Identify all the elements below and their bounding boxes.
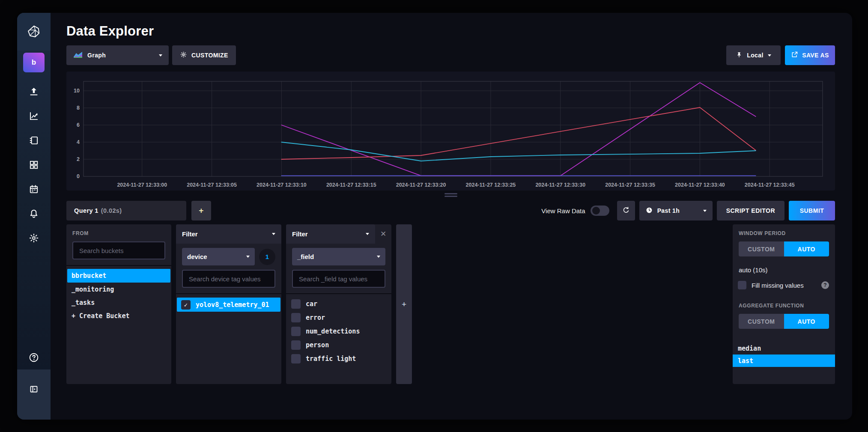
submit-button[interactable]: SUBMIT	[789, 201, 835, 220]
aggregate-function-row[interactable]: last	[733, 355, 835, 367]
time-series-chart: 2024-11-27 12:33:002024-11-27 12:33:0520…	[66, 72, 835, 191]
tag-value-row[interactable]: error	[287, 311, 391, 324]
sidebar-item-tasks[interactable]	[17, 177, 51, 201]
aggregate-function-row[interactable]: mean	[733, 334, 835, 338]
bucket-search[interactable]	[72, 241, 165, 259]
svg-text:2024-11-27 12:33:05: 2024-11-27 12:33:05	[187, 182, 237, 188]
tag-value-row[interactable]: ✓yolov8_telemetry_01	[177, 298, 280, 312]
svg-text:2024-11-27 12:33:25: 2024-11-27 12:33:25	[466, 182, 516, 188]
panel-resize-handle[interactable]	[444, 193, 457, 198]
pin-icon	[736, 51, 743, 60]
filter-type-dropdown[interactable]: Filter	[286, 224, 375, 244]
bucket-list-item[interactable]: _tasks	[67, 296, 170, 309]
tag-value-label: traffic light	[306, 355, 356, 363]
svg-text:2024-11-27 12:33:45: 2024-11-27 12:33:45	[745, 182, 795, 188]
query-tab[interactable]: Query 1 (0.02s)	[66, 201, 186, 220]
help-tooltip-badge[interactable]: ?	[821, 281, 829, 289]
tag-value-label: num_detections	[306, 328, 360, 335]
time-range-dropdown[interactable]: Past 1h	[639, 201, 713, 220]
close-icon: ✕	[380, 229, 386, 238]
save-as-button[interactable]: SAVE AS	[785, 45, 835, 65]
tag-key-dropdown-device[interactable]: device	[182, 248, 255, 265]
aggregate-function-list: meanmedianlast	[733, 334, 835, 367]
checkbox-unchecked[interactable]	[291, 299, 301, 309]
tag-value-label: person	[306, 341, 329, 349]
fill-missing-values-checkbox[interactable]	[738, 281, 746, 289]
filter-type-dropdown[interactable]: Filter	[176, 224, 281, 244]
checkbox-unchecked[interactable]	[291, 313, 301, 322]
location-dropdown[interactable]: Local	[726, 45, 781, 65]
expand-sidebar-icon	[29, 384, 39, 396]
tag-value-list-device: ✓yolov8_telemetry_01	[176, 293, 281, 384]
query-duration: (0.02s)	[101, 207, 122, 214]
refresh-button[interactable]	[617, 201, 635, 220]
aggregate-auto[interactable]: AUTO	[784, 314, 829, 329]
visualization-type-dropdown[interactable]: Graph	[66, 45, 169, 65]
from-title: FROM	[72, 230, 165, 236]
dashboards-icon	[28, 159, 39, 170]
svg-text:2024-11-27 12:33:15: 2024-11-27 12:33:15	[326, 182, 376, 188]
checkbox-unchecked[interactable]	[291, 327, 301, 336]
window-period-auto[interactable]: AUTO	[784, 241, 829, 256]
influxdb-logo[interactable]	[17, 13, 51, 51]
tag-value-row[interactable]: person	[287, 339, 391, 352]
series-magenta	[281, 83, 755, 176]
checkbox-checked[interactable]: ✓	[181, 300, 191, 310]
add-filter-button[interactable]: +	[396, 224, 412, 384]
svg-text:2024-11-27 12:33:35: 2024-11-27 12:33:35	[605, 182, 655, 188]
create-bucket-button[interactable]: + Create Bucket	[67, 310, 170, 322]
toolbar: Graph CUSTOMIZE Local SAVE AS	[66, 45, 835, 65]
influxdb-cubo-icon	[27, 24, 41, 39]
main-content: Data Explorer Graph CUSTOMIZE Local	[51, 13, 852, 420]
tag-value-search-device[interactable]	[182, 270, 275, 288]
tag-key-dropdown-field[interactable]: _field	[292, 248, 385, 265]
checkbox-unchecked[interactable]	[291, 354, 301, 363]
aggregate-mode: CUSTOM AUTO	[739, 314, 829, 329]
aggregate-custom[interactable]: CUSTOM	[739, 314, 784, 329]
tasks-icon	[28, 184, 39, 195]
bucket-search-input[interactable]	[78, 247, 159, 255]
bucket-list-item[interactable]: bbrbucket	[67, 269, 170, 283]
close-filter-button[interactable]: ✕	[375, 224, 391, 244]
tag-value-search-input-device[interactable]	[188, 275, 269, 283]
tag-value-search-field[interactable]	[292, 270, 385, 288]
tag-value-row[interactable]: num_detections	[287, 325, 391, 338]
sidebar-item-help[interactable]	[17, 347, 51, 369]
tag-value-label: yolov8_telemetry_01	[196, 301, 269, 309]
gear-icon	[180, 51, 187, 60]
query-options-panel: WINDOW PERIOD CUSTOM AUTO auto (10s) Fil…	[733, 224, 835, 384]
aggregate-function-row[interactable]: median	[733, 342, 835, 355]
tag-value-row[interactable]: car	[287, 298, 391, 310]
add-query-button[interactable]: +	[191, 201, 211, 220]
svg-text:8: 8	[77, 105, 80, 111]
svg-text:0: 0	[77, 173, 80, 179]
svg-text:2024-11-27 12:33:30: 2024-11-27 12:33:30	[535, 182, 585, 188]
svg-text:2024-11-27 12:33:20: 2024-11-27 12:33:20	[396, 182, 446, 188]
svg-text:6: 6	[77, 122, 80, 128]
customize-button[interactable]: CUSTOMIZE	[172, 45, 236, 65]
chevron-down-icon	[768, 54, 771, 57]
tag-value-row[interactable]: traffic light	[287, 352, 391, 365]
svg-text:10: 10	[74, 88, 80, 94]
sidebar-item-graph[interactable]	[17, 104, 51, 128]
bucket-list-item[interactable]: _monitoring	[67, 283, 170, 296]
view-raw-data-toggle[interactable]	[591, 206, 609, 216]
avatar[interactable]: b	[23, 53, 45, 72]
aggregate-function-title: AGGREGATE FUNCTION	[739, 303, 829, 309]
query-bar: Query 1 (0.02s) + View Raw Data Past 1h …	[66, 201, 835, 220]
sidebar-item-settings[interactable]	[17, 226, 51, 250]
svg-text:2024-11-27 12:33:40: 2024-11-27 12:33:40	[675, 182, 725, 188]
sidebar-item-notebook[interactable]	[17, 128, 51, 152]
chevron-down-icon	[272, 233, 275, 235]
sidebar-item-alerts[interactable]	[17, 201, 51, 226]
filter-panel-field: Filter ✕ _field carerrornum_det	[286, 224, 391, 384]
sidebar-item-dashboards[interactable]	[17, 152, 51, 177]
filter-panel-device: Filter device 1 ✓yolov8_telemetry_01	[176, 224, 281, 384]
checkbox-unchecked[interactable]	[291, 340, 301, 350]
sidebar-expand-toggle[interactable]	[17, 369, 51, 420]
sidebar-item-upload[interactable]	[17, 79, 51, 104]
window-period-custom[interactable]: CUSTOM	[739, 241, 784, 256]
fill-missing-values-label: Fill missing values	[752, 282, 816, 289]
script-editor-button[interactable]: SCRIPT EDITOR	[717, 201, 784, 220]
tag-value-search-input-field[interactable]	[298, 275, 379, 283]
